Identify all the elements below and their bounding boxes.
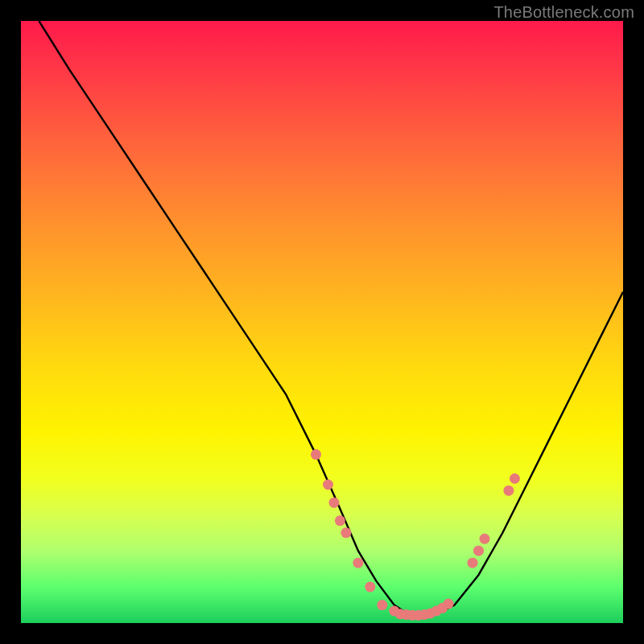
curve-markers-group	[311, 449, 520, 621]
curve-marker-dot	[329, 497, 340, 508]
watermark-text: TheBottleneck.com	[493, 3, 634, 22]
curve-marker-dot	[444, 599, 454, 609]
chart-svg	[21, 21, 623, 623]
chart-plot-area	[21, 21, 623, 623]
curve-marker-dot	[341, 527, 351, 538]
curve-marker-dot	[468, 558, 478, 568]
curve-marker-dot	[473, 546, 484, 556]
curve-marker-dot	[480, 534, 490, 544]
curve-marker-dot	[323, 480, 333, 490]
curve-marker-dot	[365, 582, 375, 592]
curve-marker-dot	[353, 558, 363, 568]
curve-marker-dot	[377, 600, 387, 610]
curve-marker-dot	[503, 485, 514, 496]
curve-marker-dot	[335, 515, 345, 526]
curve-marker-dot	[510, 473, 520, 484]
bottleneck-curve-line	[39, 21, 623, 617]
curve-marker-dot	[311, 449, 321, 460]
chart-frame: TheBottleneck.com	[0, 0, 644, 644]
